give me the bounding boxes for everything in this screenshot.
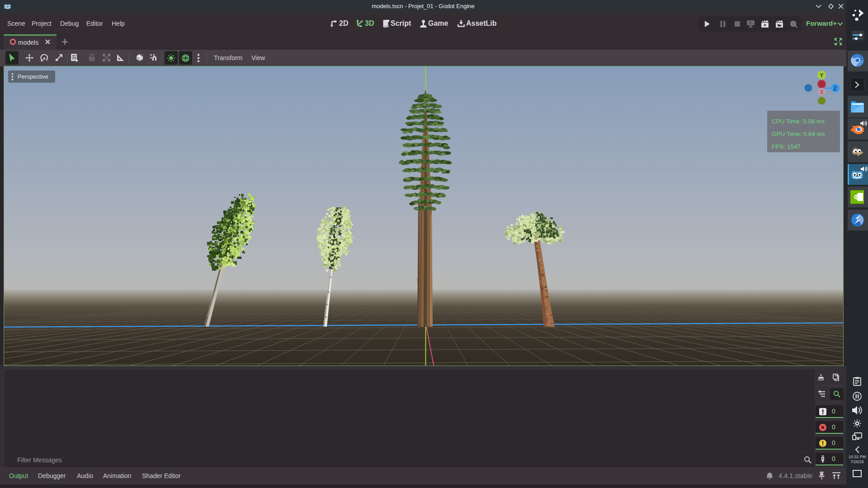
svg-text:Y: Y [820, 72, 823, 79]
svg-text:X: X [820, 89, 823, 95]
svg-text:Z: Z [834, 85, 837, 92]
